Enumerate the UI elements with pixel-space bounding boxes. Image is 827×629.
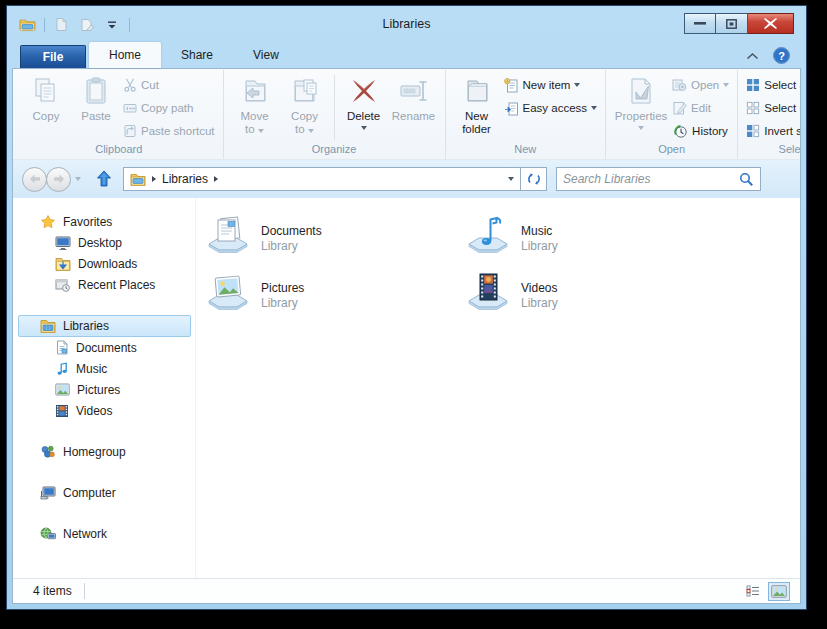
dropdown-arrow-icon <box>258 129 264 133</box>
large-icons-view-button[interactable] <box>768 582 790 601</box>
library-item-videos[interactable]: Videos Library <box>459 270 719 327</box>
select-none-button[interactable]: Select none <box>744 99 801 117</box>
organize-group-label: Organize <box>226 142 443 159</box>
downloads-icon <box>55 257 71 271</box>
copy-path-button[interactable]: Copy path <box>121 99 217 117</box>
edit-icon <box>672 101 687 115</box>
search-icon[interactable] <box>739 172 754 187</box>
new-folder-label-1: New <box>465 110 488 123</box>
breadcrumb-bar[interactable]: Libraries <box>123 167 521 191</box>
recent-places-icon <box>55 278 71 292</box>
maximize-button[interactable] <box>716 13 748 34</box>
minimize-ribbon-icon[interactable] <box>746 52 759 60</box>
sidebar-item-desktop[interactable]: Desktop <box>13 232 195 253</box>
breadcrumb-item-libraries[interactable]: Libraries <box>162 172 208 186</box>
videos-icon <box>55 404 69 418</box>
clipboard-group-label: Clipboard <box>17 142 221 159</box>
pictures-library-icon <box>205 270 251 312</box>
help-icon[interactable]: ? <box>773 47 790 64</box>
invert-selection-icon <box>746 124 760 138</box>
item-type: Library <box>261 296 304 311</box>
minimize-button[interactable] <box>684 13 716 34</box>
easy-access-button[interactable]: Easy access <box>502 99 600 117</box>
new-item-button[interactable]: New item <box>502 76 600 94</box>
sidebar-item-recent-places[interactable]: Recent Places <box>13 274 195 295</box>
item-name: Music <box>521 224 558 239</box>
search-input[interactable] <box>563 172 739 186</box>
up-arrow-icon <box>96 170 112 188</box>
recent-pages-dropdown-icon[interactable] <box>75 177 81 181</box>
sidebar-item-homegroup[interactable]: Homegroup <box>13 441 195 462</box>
large-icons-view-icon <box>771 585 787 598</box>
music-label: Music <box>76 362 107 376</box>
sidebar-item-downloads[interactable]: Downloads <box>13 253 195 274</box>
tab-home[interactable]: Home <box>89 42 161 68</box>
address-dropdown-icon[interactable] <box>508 177 514 181</box>
details-view-button[interactable] <box>742 582 764 601</box>
new-folder-button[interactable]: New folder <box>452 73 502 136</box>
library-item-music[interactable]: Music Library <box>459 213 719 270</box>
rename-button[interactable]: Rename <box>389 73 439 123</box>
item-name: Documents <box>261 224 322 239</box>
up-button[interactable] <box>91 167 117 191</box>
tab-view[interactable]: View <box>233 42 299 68</box>
history-button[interactable]: History <box>670 122 731 140</box>
delete-label: Delete <box>347 110 380 123</box>
file-list: Documents Library <box>196 198 800 578</box>
paste-button[interactable]: Paste <box>71 73 121 123</box>
documents-library-icon <box>205 213 251 255</box>
new-folder-icon <box>463 75 491 107</box>
status-bar: 4 items <box>13 578 800 603</box>
select-all-button[interactable]: Select all <box>744 76 801 94</box>
dropdown-arrow-icon <box>591 106 597 110</box>
sidebar-item-favorites[interactable]: Favorites <box>13 211 195 232</box>
forward-button[interactable] <box>46 167 71 192</box>
cut-label: Cut <box>141 79 159 91</box>
rename-label: Rename <box>392 110 435 123</box>
copy-button[interactable]: Copy <box>21 73 71 123</box>
sidebar-item-music[interactable]: Music <box>13 358 195 379</box>
paste-label: Paste <box>81 110 110 123</box>
breadcrumb-separator-icon[interactable] <box>214 176 218 182</box>
invert-selection-button[interactable]: Invert selection <box>744 122 801 140</box>
copy-to-button[interactable]: Copy to <box>280 73 330 136</box>
dropdown-arrow-icon <box>638 126 644 130</box>
computer-icon <box>40 486 56 500</box>
tab-file[interactable]: File <box>20 45 86 68</box>
properties-button[interactable]: Properties <box>612 73 670 130</box>
delete-button[interactable]: Delete <box>339 73 389 130</box>
open-button[interactable]: Open <box>670 76 731 94</box>
cut-button[interactable]: Cut <box>121 76 217 94</box>
network-icon <box>40 527 56 541</box>
edit-label: Edit <box>691 102 711 114</box>
details-view-icon <box>746 585 760 597</box>
edit-button[interactable]: Edit <box>670 99 731 117</box>
sidebar-item-documents[interactable]: Documents <box>13 337 195 358</box>
ribbon-tab-row: File Home Share View ? <box>7 41 806 68</box>
copy-label: Copy <box>33 110 60 123</box>
favorites-star-icon <box>40 214 56 230</box>
sidebar-item-videos[interactable]: Videos <box>13 400 195 421</box>
refresh-button[interactable] <box>521 167 547 191</box>
sidebar-item-libraries[interactable]: Libraries <box>18 315 191 337</box>
select-group-label: Select <box>740 142 801 159</box>
paste-shortcut-button[interactable]: Paste shortcut <box>121 122 217 140</box>
breadcrumb-folder-icon <box>130 173 146 186</box>
library-item-pictures[interactable]: Pictures Library <box>199 270 459 327</box>
easy-access-icon <box>504 101 519 116</box>
network-label: Network <box>63 527 107 541</box>
library-item-documents[interactable]: Documents Library <box>199 213 459 270</box>
documents-icon <box>55 340 69 355</box>
close-button[interactable] <box>748 13 794 34</box>
rename-icon <box>399 75 429 107</box>
open-icon <box>672 78 687 92</box>
move-to-icon <box>241 75 269 107</box>
sidebar-item-computer[interactable]: Computer <box>13 482 195 503</box>
tab-share[interactable]: Share <box>161 42 233 68</box>
sidebar-item-network[interactable]: Network <box>13 523 195 544</box>
back-button[interactable] <box>22 167 47 192</box>
breadcrumb-separator-icon[interactable] <box>152 176 156 182</box>
ribbon-group-clipboard: Copy Paste <box>15 70 224 159</box>
move-to-button[interactable]: Move to <box>230 73 280 136</box>
sidebar-item-pictures[interactable]: Pictures <box>13 379 195 400</box>
